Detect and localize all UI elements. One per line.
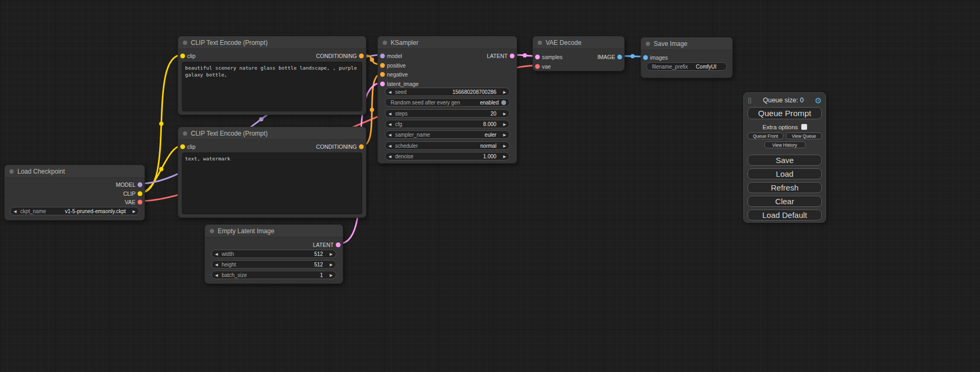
widget-random-seed-toggle[interactable]: Random seed after every gen enabled [385, 98, 510, 107]
increment-arrow-icon[interactable]: ▶ [503, 144, 506, 148]
collapse-dot-icon[interactable] [183, 131, 187, 136]
link-clip-to-negative-clip [141, 146, 182, 193]
load-default-button[interactable]: Load Default [748, 209, 822, 221]
decrement-arrow-icon[interactable]: ◀ [389, 133, 391, 137]
decrement-arrow-icon[interactable]: ◀ [389, 144, 391, 148]
save-button[interactable]: Save [748, 155, 822, 166]
queue-prompt-button[interactable]: Queue Prompt [748, 107, 822, 119]
slot-label: samples [542, 54, 562, 60]
negative-prompt-textarea[interactable]: text, watermark [182, 152, 362, 214]
increment-arrow-icon[interactable]: ▶ [503, 90, 506, 94]
node-clip-text-encode-positive[interactable]: CLIP Text Encode (Prompt) clip CONDITION… [178, 36, 366, 115]
widget-steps[interactable]: ◀ steps 20 ▶ [385, 109, 510, 118]
increment-arrow-icon[interactable]: ▶ [330, 263, 333, 266]
collapse-dot-icon[interactable] [210, 229, 214, 233]
increment-arrow-icon[interactable]: ▶ [133, 209, 135, 213]
conditioning-output-dot[interactable] [359, 53, 364, 58]
clip-input-dot[interactable] [180, 144, 185, 149]
extra-options-label: Extra options [762, 124, 798, 130]
widget-name: filename_prefix [652, 64, 688, 70]
model-input-dot[interactable] [380, 53, 385, 58]
node-ksampler[interactable]: KSampler model LATENT positive negative … [377, 36, 517, 164]
node-title-bar[interactable]: KSampler [378, 36, 517, 49]
collapse-dot-icon[interactable] [183, 41, 187, 45]
widget-name: batch_size [221, 272, 247, 278]
decrement-arrow-icon[interactable]: ◀ [215, 273, 218, 277]
node-title-bar[interactable]: CLIP Text Encode (Prompt) [178, 36, 366, 49]
increment-arrow-icon[interactable]: ▶ [330, 273, 333, 277]
collapse-dot-icon[interactable] [646, 42, 650, 46]
negative-input-dot[interactable] [380, 72, 385, 77]
images-input-dot[interactable] [643, 55, 648, 60]
queue-size-label: Queue size: 0 [752, 97, 814, 104]
node-save-image[interactable]: Save Image images filename_prefix ComfyU… [641, 37, 733, 78]
widget-scheduler[interactable]: ◀ scheduler normal ▶ [385, 141, 510, 150]
widget-cfg[interactable]: ◀ cfg 8.000 ▶ [385, 120, 510, 128]
vae-output-dot[interactable] [138, 199, 142, 204]
increment-arrow-icon[interactable]: ▶ [503, 122, 506, 126]
collapse-dot-icon[interactable] [383, 41, 387, 45]
slot-label: vae [542, 63, 551, 70]
node-empty-latent-image[interactable]: Empty Latent Image LATENT ◀ width 512 ▶ … [205, 224, 343, 284]
increment-arrow-icon[interactable]: ▶ [503, 155, 506, 158]
decrement-arrow-icon[interactable]: ◀ [389, 112, 391, 116]
conditioning-output-dot[interactable] [359, 144, 364, 149]
widget-width[interactable]: ◀ width 512 ▶ [211, 250, 336, 258]
model-output-dot[interactable] [138, 182, 142, 187]
decrement-arrow-icon[interactable]: ◀ [389, 122, 391, 126]
widget-height[interactable]: ◀ height 512 ▶ [211, 260, 336, 269]
queue-front-button[interactable]: Queue Front [748, 132, 783, 139]
slot-label: latent_image [387, 81, 419, 87]
clip-output-dot[interactable] [138, 191, 142, 196]
node-title-bar[interactable]: VAE Decode [533, 36, 624, 49]
latent-image-input-dot[interactable] [380, 81, 385, 86]
widget-ckpt-name[interactable]: ◀ ckpt_name v1-5-pruned-emaonly.ckpt ▶ [10, 207, 139, 215]
load-button[interactable]: Load [748, 168, 822, 179]
samples-input-dot[interactable] [535, 54, 540, 59]
positive-input-dot[interactable] [380, 63, 385, 68]
decrement-arrow-icon[interactable]: ◀ [215, 252, 218, 256]
node-title-bar[interactable]: Save Image [641, 37, 732, 50]
node-title-bar[interactable]: CLIP Text Encode (Prompt) [178, 127, 366, 140]
widget-sampler-name[interactable]: ◀ sampler_name euler ▶ [385, 130, 510, 139]
increment-arrow-icon[interactable]: ▶ [330, 252, 333, 256]
node-title-bar[interactable]: Empty Latent Image [205, 225, 343, 237]
decrement-arrow-icon[interactable]: ◀ [215, 263, 218, 266]
widget-value: euler [484, 132, 496, 138]
slot-row: model LATENT [378, 51, 517, 60]
graph-canvas[interactable]: Load Checkpoint MODEL CLIP VAE ◀ ckpt_na… [0, 0, 980, 372]
refresh-button[interactable]: Refresh [748, 182, 822, 193]
widget-batch-size[interactable]: ◀ batch_size 1 ▶ [211, 271, 336, 279]
latent-output-dot[interactable] [510, 53, 515, 58]
node-title: CLIP Text Encode (Prompt) [191, 39, 268, 46]
toggle-indicator-dot[interactable] [501, 100, 506, 105]
widget-value: ComfyUI [696, 64, 716, 70]
collapse-dot-icon[interactable] [9, 169, 14, 174]
decrement-arrow-icon[interactable]: ◀ [389, 90, 391, 94]
input-slot-images: images [641, 53, 732, 62]
clear-button[interactable]: Clear [748, 196, 822, 207]
widget-filename-prefix[interactable]: filename_prefix ComfyUI [646, 62, 727, 71]
view-history-button[interactable]: View History [764, 141, 806, 148]
node-load-checkpoint[interactable]: Load Checkpoint MODEL CLIP VAE ◀ ckpt_na… [4, 165, 145, 221]
widget-denoise[interactable]: ◀ denoise 1.000 ▶ [385, 152, 510, 160]
increment-arrow-icon[interactable]: ▶ [503, 112, 506, 116]
positive-prompt-textarea[interactable]: beautiful scenery nature glass bottle la… [182, 62, 362, 111]
latent-output-dot[interactable] [336, 242, 341, 247]
increment-arrow-icon[interactable]: ▶ [503, 133, 506, 137]
node-title-bar[interactable]: Load Checkpoint [5, 165, 144, 178]
vae-input-dot[interactable] [535, 64, 540, 69]
widget-seed[interactable]: ◀ seed 156680208700286 ▶ [385, 88, 510, 96]
drag-handle-icon[interactable]: ⣿ [748, 97, 752, 104]
image-output-dot[interactable] [617, 54, 622, 59]
node-clip-text-encode-negative[interactable]: CLIP Text Encode (Prompt) clip CONDITION… [178, 127, 366, 218]
collapse-dot-icon[interactable] [538, 41, 542, 45]
view-queue-button[interactable]: View Queue [786, 132, 822, 139]
link-midpoint-dot [523, 53, 527, 58]
settings-gear-icon[interactable]: ⚙ [815, 97, 822, 104]
node-vae-decode[interactable]: VAE Decode samples IMAGE vae [532, 36, 625, 71]
decrement-arrow-icon[interactable]: ◀ [389, 155, 391, 158]
decrement-arrow-icon[interactable]: ◀ [14, 209, 16, 213]
clip-input-dot[interactable] [180, 53, 185, 58]
extra-options-checkbox[interactable] [801, 124, 807, 130]
